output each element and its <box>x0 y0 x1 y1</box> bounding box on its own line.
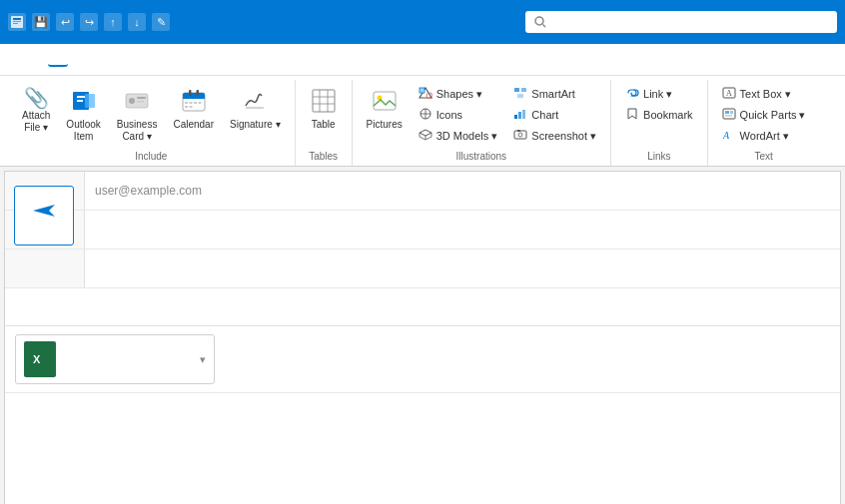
business-card-label: BusinessCard ▾ <box>117 119 158 143</box>
search-icon <box>533 15 547 29</box>
title-bar-icons: 💾 ↩ ↪ ↑ ↓ ✎ <box>8 13 170 31</box>
ribbon-text-items: A Text Box ▾ Quick Parts ▾ <box>716 84 812 147</box>
signature-icon <box>242 88 268 117</box>
menu-options[interactable] <box>68 54 88 66</box>
svg-rect-8 <box>77 100 83 102</box>
ribbon-tables-items: Table <box>304 84 344 147</box>
svg-rect-45 <box>514 88 519 92</box>
menu-acrobat[interactable] <box>168 54 188 66</box>
links-group-label: Links <box>647 147 670 162</box>
svg-line-43 <box>420 137 425 140</box>
menu-review[interactable] <box>108 54 128 66</box>
smartart-icon <box>513 86 527 102</box>
svg-rect-19 <box>185 102 188 104</box>
svg-rect-48 <box>514 115 517 119</box>
send-button[interactable] <box>14 186 74 246</box>
table-button[interactable]: Table <box>304 84 344 135</box>
menu-bar <box>0 44 845 76</box>
calendar-icon <box>181 88 207 117</box>
svg-text:X: X <box>33 353 41 365</box>
quick-parts-button[interactable]: Quick Parts ▾ <box>716 105 812 125</box>
to-input[interactable] <box>85 211 840 249</box>
link-button[interactable]: Link ▾ <box>619 84 699 104</box>
undo-icon[interactable]: ↩ <box>56 13 74 31</box>
svg-rect-34 <box>420 88 424 93</box>
svg-rect-13 <box>137 101 144 103</box>
svg-rect-57 <box>725 111 729 114</box>
icons-icon <box>419 107 432 123</box>
subject-input[interactable] <box>85 300 840 314</box>
illustrations-group-label: Illustrations <box>456 147 507 162</box>
svg-rect-21 <box>194 102 197 104</box>
menu-file[interactable] <box>8 54 28 66</box>
compose-area: ▾ <box>4 171 841 504</box>
wordart-button[interactable]: A WordArt ▾ <box>716 126 812 146</box>
pictures-button[interactable]: Pictures <box>361 84 409 135</box>
attach-file-button[interactable]: 📎 AttachFile ▾ <box>16 84 56 138</box>
svg-rect-50 <box>522 110 525 119</box>
svg-point-4 <box>535 17 543 25</box>
svg-rect-22 <box>198 102 201 104</box>
wordart-icon: A <box>722 128 736 144</box>
signature-button[interactable]: Signature ▾ <box>224 84 287 135</box>
link-label: Link ▾ <box>643 88 672 101</box>
smartart-button[interactable]: SmartArt <box>507 84 602 104</box>
text-group-label: Text <box>754 147 772 162</box>
down-icon[interactable]: ↓ <box>128 13 146 31</box>
icons-label: Icons <box>436 109 462 121</box>
wordart-label: WordArt ▾ <box>740 130 789 143</box>
search-input[interactable] <box>525 11 837 33</box>
3d-models-button[interactable]: 3D Models ▾ <box>413 126 504 146</box>
chart-button[interactable]: Chart <box>507 105 602 125</box>
attachment-chevron-icon[interactable]: ▾ <box>200 353 206 366</box>
shapes-button[interactable]: Shapes ▾ <box>413 84 504 104</box>
ribbon-group-illustrations: Pictures Shapes ▾ <box>353 80 611 166</box>
ribbon-links-items: Link ▾ Bookmark <box>619 84 699 147</box>
svg-marker-39 <box>420 130 431 136</box>
from-row: ▾ <box>5 172 840 211</box>
calendar-button[interactable]: Calendar <box>167 84 220 135</box>
send-icon <box>31 200 57 228</box>
attachment-item[interactable]: X ▾ <box>15 334 215 384</box>
outlook-item-button[interactable]: OutlookItem <box>60 84 106 147</box>
ribbon-illustrations-items: Pictures Shapes ▾ <box>361 84 602 147</box>
menu-help[interactable] <box>148 54 168 66</box>
text-box-button[interactable]: A Text Box ▾ <box>716 84 812 104</box>
screenshot-label: Screenshot ▾ <box>531 130 596 143</box>
quick-parts-label: Quick Parts ▾ <box>740 109 806 122</box>
ribbon-group-include: 📎 AttachFile ▾ OutlookItem <box>8 80 296 166</box>
attach-file-icon: 📎 <box>24 88 49 108</box>
svg-rect-17 <box>189 90 192 96</box>
up-icon[interactable]: ↑ <box>104 13 122 31</box>
bookmark-label: Bookmark <box>643 109 693 121</box>
attach-file-label: AttachFile ▾ <box>22 110 50 134</box>
svg-point-11 <box>129 98 135 104</box>
svg-rect-9 <box>85 94 95 108</box>
compose-body[interactable] <box>5 393 840 504</box>
bookmark-icon <box>625 107 639 123</box>
customize-icon[interactable]: ✎ <box>152 13 170 31</box>
business-card-button[interactable]: BusinessCard ▾ <box>111 84 164 147</box>
svg-text:A: A <box>726 89 732 98</box>
ribbon: 📎 AttachFile ▾ OutlookItem <box>0 76 845 167</box>
svg-rect-49 <box>518 112 521 119</box>
menu-developer[interactable] <box>128 54 148 66</box>
svg-rect-3 <box>13 23 18 24</box>
cc-input[interactable] <box>85 250 840 287</box>
svg-rect-53 <box>517 130 520 132</box>
svg-rect-26 <box>313 90 335 112</box>
bookmark-button[interactable]: Bookmark <box>619 105 699 125</box>
menu-message[interactable] <box>28 54 48 66</box>
menu-format-text[interactable] <box>88 54 108 66</box>
menu-insert[interactable] <box>48 53 68 67</box>
screenshot-button[interactable]: Screenshot ▾ <box>507 126 602 146</box>
redo-icon[interactable]: ↪ <box>80 13 98 31</box>
svg-point-52 <box>518 133 522 137</box>
icons-button[interactable]: Icons <box>413 105 504 125</box>
app-icon <box>8 13 26 31</box>
cc-button[interactable] <box>5 250 85 287</box>
svg-text:A: A <box>722 130 730 141</box>
from-input[interactable] <box>85 172 840 210</box>
save-icon[interactable]: 💾 <box>32 13 50 31</box>
svg-rect-7 <box>77 96 85 98</box>
